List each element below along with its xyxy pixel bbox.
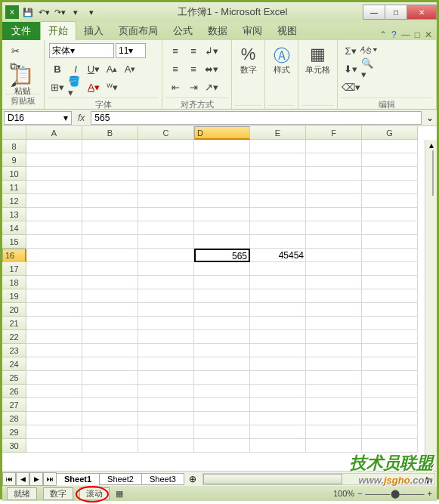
cell-D10[interactable]	[194, 167, 250, 181]
cell-G10[interactable]	[362, 167, 418, 181]
col-header-C[interactable]: C	[138, 126, 194, 140]
tab-review[interactable]: 审阅	[235, 22, 270, 40]
col-header-B[interactable]: B	[82, 126, 138, 140]
cell-E14[interactable]	[250, 221, 306, 235]
cell-D23[interactable]	[194, 344, 250, 357]
cell-D29[interactable]	[194, 425, 250, 439]
cell-D27[interactable]	[194, 398, 250, 412]
cell-G14[interactable]	[362, 221, 418, 235]
cell-A14[interactable]	[26, 221, 82, 235]
cell-D19[interactable]	[194, 289, 250, 303]
align-top-icon[interactable]: ≡	[167, 43, 184, 58]
cell-G13[interactable]	[362, 208, 418, 221]
cell-A26[interactable]	[26, 385, 82, 398]
cell-C16[interactable]	[138, 249, 194, 262]
cell-E16[interactable]: 45454	[250, 249, 306, 262]
find-icon[interactable]: 🔍▾	[360, 61, 377, 76]
cell-F30[interactable]	[306, 439, 362, 453]
border-button[interactable]: ⊞▾	[49, 79, 66, 94]
cell-A10[interactable]	[26, 167, 82, 181]
cell-C14[interactable]	[138, 221, 194, 235]
cell-C24[interactable]	[138, 357, 194, 371]
cell-A24[interactable]	[26, 357, 82, 371]
doc-restore-icon[interactable]: □	[415, 29, 420, 40]
cell-F28[interactable]	[306, 412, 362, 425]
cell-B22[interactable]	[82, 330, 138, 344]
cell-B9[interactable]	[82, 153, 138, 167]
sheet-nav-last[interactable]: ⏭	[43, 472, 57, 486]
cell-F16[interactable]	[306, 249, 362, 262]
cell-G19[interactable]	[362, 289, 418, 303]
phonetic-button[interactable]: ᵂ▾	[104, 79, 120, 94]
row-header-20[interactable]: 20	[2, 303, 26, 317]
cell-F11[interactable]	[306, 181, 362, 194]
cell-G18[interactable]	[362, 276, 418, 289]
row-header-14[interactable]: 14	[2, 221, 26, 235]
cell-D11[interactable]	[194, 181, 250, 194]
cell-D15[interactable]	[194, 235, 250, 249]
cell-A11[interactable]	[26, 181, 82, 194]
cell-F26[interactable]	[306, 385, 362, 398]
grow-font-button[interactable]: A▴	[104, 61, 120, 76]
scroll-down-icon[interactable]: ▾	[429, 460, 434, 471]
scroll-up-icon[interactable]: ▴	[429, 140, 434, 150]
cell-C9[interactable]	[138, 153, 194, 167]
cell-B29[interactable]	[82, 425, 138, 439]
cell-G27[interactable]	[362, 398, 418, 412]
zoom-level[interactable]: 100%	[333, 489, 354, 498]
cell-B19[interactable]	[82, 289, 138, 303]
cell-C8[interactable]	[138, 140, 194, 153]
tab-formulas[interactable]: 公式	[165, 22, 200, 40]
cell-F20[interactable]	[306, 303, 362, 317]
cell-A20[interactable]	[26, 303, 82, 317]
cell-B16[interactable]	[82, 249, 138, 262]
zoom-in-icon[interactable]: +	[428, 489, 432, 498]
cell-C13[interactable]	[138, 208, 194, 221]
orientation-icon[interactable]: ↗▾	[203, 79, 220, 94]
cell-A30[interactable]	[26, 439, 82, 453]
fill-color-button[interactable]: 🪣▾	[67, 79, 84, 94]
paste-button[interactable]: 📋 粘贴	[8, 64, 37, 98]
sort-icon[interactable]: ⅍▾	[360, 43, 377, 58]
sheet-nav-prev[interactable]: ◀	[16, 472, 29, 486]
worksheet-grid[interactable]: ABCDEFG891011121314151656545454171819202…	[2, 126, 437, 471]
italic-button[interactable]: I	[67, 61, 84, 76]
row-header-28[interactable]: 28	[2, 412, 26, 425]
tab-view[interactable]: 视图	[270, 22, 305, 40]
fx-icon[interactable]: fx	[73, 113, 89, 123]
cell-C11[interactable]	[138, 181, 194, 194]
cell-C28[interactable]	[138, 412, 194, 425]
cell-G12[interactable]	[362, 194, 418, 208]
cell-F25[interactable]	[306, 371, 362, 385]
minimize-button[interactable]: —	[363, 5, 385, 20]
help-icon[interactable]: ?	[391, 29, 397, 40]
cell-D8[interactable]	[194, 140, 250, 153]
cell-G22[interactable]	[362, 330, 418, 344]
cells-button[interactable]: ▦ 单元格	[303, 43, 332, 77]
vertical-scrollbar[interactable]: ▴ ▾	[425, 140, 437, 471]
cell-D16[interactable]: 565	[194, 249, 250, 262]
cell-G23[interactable]	[362, 344, 418, 357]
cell-C27[interactable]	[138, 398, 194, 412]
row-header-27[interactable]: 27	[2, 398, 26, 412]
cell-A19[interactable]	[26, 289, 82, 303]
cell-D28[interactable]	[194, 412, 250, 425]
cell-B26[interactable]	[82, 385, 138, 398]
cell-B28[interactable]	[82, 412, 138, 425]
cell-F21[interactable]	[306, 317, 362, 330]
cell-F14[interactable]	[306, 221, 362, 235]
cell-B30[interactable]	[82, 439, 138, 453]
fill-icon[interactable]: ⬇▾	[342, 61, 359, 76]
formula-input[interactable]: 565	[91, 111, 422, 125]
formula-expand-icon[interactable]: ⌄	[423, 113, 437, 123]
qat-customize-icon[interactable]: ▾	[85, 5, 98, 19]
cell-G28[interactable]	[362, 412, 418, 425]
cell-E29[interactable]	[250, 425, 306, 439]
cell-F27[interactable]	[306, 398, 362, 412]
sheet-tab-2[interactable]: Sheet2	[99, 473, 142, 485]
cell-B23[interactable]	[82, 344, 138, 357]
col-header-D[interactable]: D	[194, 126, 250, 140]
cell-E9[interactable]	[250, 153, 306, 167]
cell-D20[interactable]	[194, 303, 250, 317]
cell-G8[interactable]	[362, 140, 418, 153]
